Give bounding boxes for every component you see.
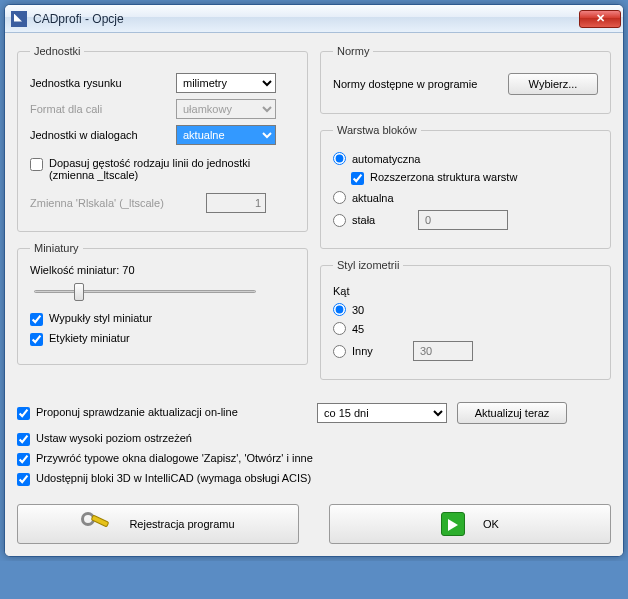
close-button[interactable]: ✕ [579, 10, 621, 28]
layers-legend: Warstwa bloków [333, 124, 421, 136]
rlscale-label: Zmienna 'Rlskala' (_ltscale) [30, 197, 200, 209]
thumbnails-legend: Miniatury [30, 242, 83, 254]
norms-select-button[interactable]: Wybierz... [508, 73, 598, 95]
iso-group: Styl izometrii Kąt 30 45 Inny [320, 259, 611, 380]
units-group: Jednostki Jednostka rysunku milimetry Fo… [17, 45, 308, 232]
client-area: Jednostki Jednostka rysunku milimetry Fo… [5, 33, 623, 556]
dialog-units-label: Jednostki w dialogach [30, 129, 170, 141]
high-warnings-label: Ustaw wysoki poziom ostrzeżeń [36, 432, 611, 444]
layer-extended-checkbox[interactable] [351, 172, 364, 185]
drawing-unit-select[interactable]: milimetry [176, 73, 276, 93]
restore-dialogs-label: Przywróć typowe okna dialogowe 'Zapisz',… [36, 452, 611, 464]
check-updates-label: Proponuj sprawdzanie aktualizacji on-lin… [36, 406, 307, 418]
iso-45-label: 45 [352, 323, 364, 335]
layer-fixed-radio[interactable] [333, 214, 346, 227]
iso-legend: Styl izometrii [333, 259, 403, 271]
window-title: CADprofi - Opcje [33, 12, 579, 26]
iso-30-label: 30 [352, 304, 364, 316]
iso-other-field [413, 341, 473, 361]
enable-3d-checkbox[interactable] [17, 473, 30, 486]
iso-45-radio[interactable] [333, 322, 346, 335]
layer-fixed-field [418, 210, 508, 230]
thumb-size-slider[interactable] [30, 280, 260, 304]
rlscale-field [206, 193, 266, 213]
iso-other-radio[interactable] [333, 345, 346, 358]
key-icon [81, 510, 111, 538]
layer-auto-label: automatyczna [352, 153, 420, 165]
layer-current-radio[interactable] [333, 191, 346, 204]
enable-3d-label: Udostępnij bloki 3D w IntelliCAD (wymaga… [36, 472, 611, 484]
fit-linetype-checkbox[interactable] [30, 158, 43, 171]
drawing-unit-label: Jednostka rysunku [30, 77, 170, 89]
thumb-size-label: Wielkość miniatur: 70 [30, 264, 295, 276]
iso-angle-label: Kąt [333, 285, 598, 297]
high-warnings-checkbox[interactable] [17, 433, 30, 446]
arrow-right-icon [441, 512, 465, 536]
layer-fixed-label: stała [352, 214, 412, 226]
register-button-label: Rejestracja programu [129, 518, 234, 530]
fit-linetype-label: Dopasuj gęstość rodzaju linii do jednost… [49, 157, 295, 181]
inch-format-label: Format dla cali [30, 103, 170, 115]
ok-button[interactable]: OK [329, 504, 611, 544]
restore-dialogs-checkbox[interactable] [17, 453, 30, 466]
ok-button-label: OK [483, 518, 499, 530]
layer-auto-radio[interactable] [333, 152, 346, 165]
dialog-units-select[interactable]: aktualne [176, 125, 276, 145]
bottom-section: Proponuj sprawdzanie aktualizacji on-lin… [17, 400, 611, 544]
register-button[interactable]: Rejestracja programu [17, 504, 299, 544]
iso-other-label: Inny [352, 345, 407, 357]
thumb-convex-checkbox[interactable] [30, 313, 43, 326]
layer-current-label: aktualna [352, 192, 394, 204]
layer-extended-label: Rozszerzona struktura warstw [370, 171, 598, 183]
update-now-button[interactable]: Aktualizuj teraz [457, 402, 567, 424]
update-interval-select[interactable]: co 15 dni [317, 403, 447, 423]
app-icon [11, 11, 27, 27]
norms-legend: Normy [333, 45, 373, 57]
units-legend: Jednostki [30, 45, 84, 57]
titlebar[interactable]: CADprofi - Opcje ✕ [5, 5, 623, 33]
check-updates-checkbox[interactable] [17, 407, 30, 420]
iso-30-radio[interactable] [333, 303, 346, 316]
inch-format-select: ułamkowy [176, 99, 276, 119]
thumbnails-group: Miniatury Wielkość miniatur: 70 Wypukły … [17, 242, 308, 365]
layers-group: Warstwa bloków automatyczna Rozszerzona … [320, 124, 611, 249]
thumb-labels-label: Etykiety miniatur [49, 332, 295, 344]
dialog-window: CADprofi - Opcje ✕ Jednostki Jednostka r… [4, 4, 624, 557]
thumb-convex-label: Wypukły styl miniatur [49, 312, 295, 324]
close-icon: ✕ [596, 12, 605, 25]
norms-group: Normy Normy dostępne w programie Wybierz… [320, 45, 611, 114]
norms-available-label: Normy dostępne w programie [333, 78, 498, 90]
thumb-labels-checkbox[interactable] [30, 333, 43, 346]
